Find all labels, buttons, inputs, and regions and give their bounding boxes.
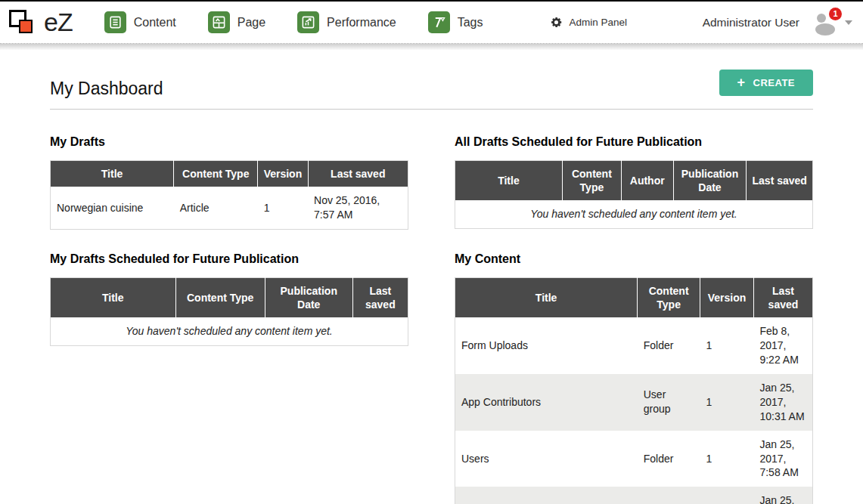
ez-logo[interactable]: eZ <box>8 6 73 39</box>
page-icon <box>208 11 230 33</box>
column-header: Version <box>700 277 754 317</box>
table-header-row: Title Content Type Author Publication Da… <box>455 161 813 201</box>
version-cell: 1 <box>700 317 754 374</box>
section-my-content: My Content Title Content Type Version La… <box>455 252 813 504</box>
column-header: Last saved <box>753 277 812 317</box>
column-header: Publication Date <box>265 277 352 317</box>
content-title-cell: App <box>455 487 638 504</box>
avatar: 1 <box>812 10 840 36</box>
content-type-cell: Article <box>174 187 258 229</box>
nav-item-content[interactable]: Content <box>104 11 176 33</box>
table-row[interactable]: Norwegian cuisine Article 1 Nov 25, 2016… <box>51 187 408 229</box>
column-header: Publication Date <box>673 161 747 201</box>
column-header: Content Type <box>174 161 258 187</box>
section-my-drafts: My Drafts Title Content Type Version Las… <box>50 135 408 230</box>
table-row[interactable]: Users Folder 1 Jan 25, 2017, 7:58 AM <box>455 431 813 487</box>
nav-item-performance[interactable]: Performance <box>297 11 396 33</box>
column-header: Content Type <box>638 277 700 317</box>
my-drafts-table: Title Content Type Version Last saved No… <box>50 160 408 230</box>
user-menu[interactable]: 1 <box>812 10 852 36</box>
column-header: Content Type <box>562 161 621 201</box>
column-header: Title <box>455 161 563 201</box>
column-header: Last saved <box>308 161 408 187</box>
version-cell: 1 <box>700 431 754 487</box>
table-header-row: Title Content Type Publication Date Last… <box>51 277 408 317</box>
column-header: Title <box>51 161 174 187</box>
draft-title-cell: Norwegian cuisine <box>51 187 174 229</box>
nav-label-content: Content <box>134 16 176 29</box>
nav-item-tags[interactable]: Tags <box>428 11 483 33</box>
content-title-cell: Users <box>455 431 638 487</box>
table-row[interactable]: Form Uploads Folder 1 Feb 8, 2017, 9:22 … <box>455 317 813 374</box>
page-header: My Dashboard + CREATE <box>50 70 813 110</box>
column-header: Last saved <box>352 277 408 317</box>
content-type-cell: Folder <box>638 317 700 374</box>
last-saved-cell: Nov 25, 2016, 7:57 AM <box>308 187 408 229</box>
column-header: Version <box>258 161 308 187</box>
table-row[interactable]: App Folder 1 Jan 25, 2017, 7:55 AM <box>455 487 813 504</box>
dashboard-content: My Dashboard + CREATE My Drafts Title Co… <box>0 70 863 504</box>
last-saved-cell: Feb 8, 2017, 9:22 AM <box>753 317 812 374</box>
column-header: Author <box>621 161 673 201</box>
empty-message: You haven't scheduled any content item y… <box>455 200 813 228</box>
column-header: Last saved <box>747 161 813 201</box>
empty-message: You haven't scheduled any content item y… <box>51 317 408 345</box>
notification-badge: 1 <box>829 8 842 20</box>
section-title-my-drafts: My Drafts <box>50 135 408 149</box>
tags-icon <box>428 11 450 33</box>
performance-icon <box>297 11 319 33</box>
all-drafts-scheduled-table: Title Content Type Author Publication Da… <box>455 160 813 229</box>
topbar-shadow <box>0 44 863 50</box>
admin-panel-button[interactable]: Admin Panel <box>550 16 628 29</box>
create-button-label: CREATE <box>753 77 795 88</box>
ez-logo-icon <box>8 6 42 39</box>
top-navigation-bar: eZ Content P <box>0 0 863 44</box>
nav-item-page[interactable]: Page <box>208 11 265 33</box>
last-saved-cell: Jan 25, 2017, 7:58 AM <box>753 431 812 487</box>
section-title-all-drafts-scheduled: All Drafts Scheduled for Future Publicat… <box>455 135 813 149</box>
section-title-my-drafts-scheduled: My Drafts Scheduled for Future Publicati… <box>50 252 408 266</box>
create-button[interactable]: + CREATE <box>719 70 814 96</box>
user-name: Administrator User <box>703 16 799 29</box>
section-my-drafts-scheduled: My Drafts Scheduled for Future Publicati… <box>50 252 408 504</box>
ez-logo-text: eZ <box>44 8 73 37</box>
column-header: Content Type <box>175 277 265 317</box>
version-cell: 1 <box>258 187 308 229</box>
nav-label-performance: Performance <box>327 16 396 29</box>
dashboard-grid: My Drafts Title Content Type Version Las… <box>50 135 813 504</box>
content-icon <box>104 11 126 33</box>
page-title: My Dashboard <box>50 79 163 99</box>
content-title-cell: App Contributors <box>455 374 638 431</box>
table-header-row: Title Content Type Version Last saved <box>51 161 408 187</box>
version-cell: 1 <box>700 487 754 504</box>
table-header-row: Title Content Type Version Last saved <box>455 277 813 317</box>
empty-row: You haven't scheduled any content item y… <box>51 317 408 345</box>
chevron-down-icon <box>845 20 852 25</box>
empty-row: You haven't scheduled any content item y… <box>455 200 813 228</box>
my-drafts-scheduled-table: Title Content Type Publication Date Last… <box>50 277 408 346</box>
content-title-cell: Form Uploads <box>455 317 638 374</box>
nav-label-page: Page <box>237 16 265 29</box>
column-header: Title <box>455 277 638 317</box>
last-saved-cell: Jan 25, 2017, 7:55 AM <box>753 487 812 504</box>
admin-panel-label: Admin Panel <box>570 17 628 28</box>
nav-label-tags: Tags <box>458 16 483 29</box>
section-title-my-content: My Content <box>455 252 813 266</box>
content-type-cell: Folder <box>638 431 700 487</box>
version-cell: 1 <box>700 374 754 431</box>
last-saved-cell: Jan 25, 2017, 10:31 AM <box>753 374 812 431</box>
table-row[interactable]: App Contributors User group 1 Jan 25, 20… <box>455 374 813 431</box>
content-type-cell: Folder <box>638 487 700 504</box>
section-all-drafts-scheduled: All Drafts Scheduled for Future Publicat… <box>455 135 813 230</box>
main-nav: Content Page <box>104 11 515 33</box>
content-type-cell: User group <box>638 374 700 431</box>
column-header: Title <box>51 277 176 317</box>
gear-icon <box>550 16 563 29</box>
plus-icon: + <box>737 78 746 88</box>
my-content-table: Title Content Type Version Last saved Fo… <box>455 277 813 504</box>
